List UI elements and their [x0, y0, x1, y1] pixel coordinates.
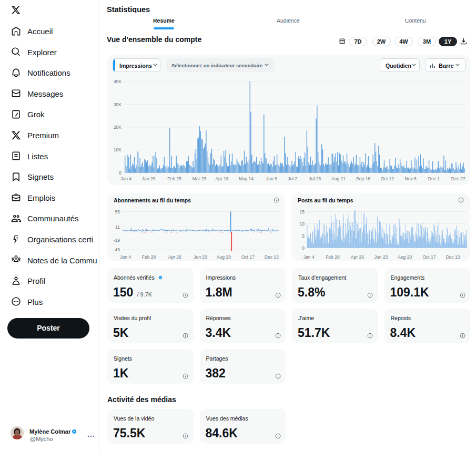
svg-text:10: 10 — [300, 221, 305, 227]
svg-text:Oct 17: Oct 17 — [422, 254, 436, 260]
svg-text:Feb 28: Feb 28 — [326, 254, 340, 260]
svg-text:Oct 17: Oct 17 — [241, 254, 255, 260]
svg-text:15: 15 — [300, 209, 305, 214]
svg-text:5: 5 — [302, 233, 305, 239]
svg-text:Jun 23: Jun 23 — [194, 254, 207, 260]
svg-text:Jun 23: Jun 23 — [374, 254, 388, 260]
svg-text:Jan 4: Jan 4 — [120, 254, 131, 260]
svg-text:-19: -19 — [114, 238, 120, 243]
svg-text:-49: -49 — [114, 247, 120, 252]
svg-text:Aug 20: Aug 20 — [217, 254, 231, 260]
svg-text:11: 11 — [115, 224, 120, 230]
svg-text:0: 0 — [302, 245, 305, 251]
svg-text:Jan 4: Jan 4 — [303, 254, 315, 260]
svg-text:Apr 26: Apr 26 — [168, 254, 181, 260]
svg-text:55: 55 — [115, 209, 120, 214]
svg-text:Feb 28: Feb 28 — [142, 254, 156, 260]
svg-text:Dec 13: Dec 13 — [446, 254, 460, 260]
svg-text:Aug 20: Aug 20 — [398, 254, 412, 260]
svg-text:Apr 26: Apr 26 — [351, 254, 364, 260]
svg-text:Dec 13: Dec 13 — [265, 254, 279, 260]
